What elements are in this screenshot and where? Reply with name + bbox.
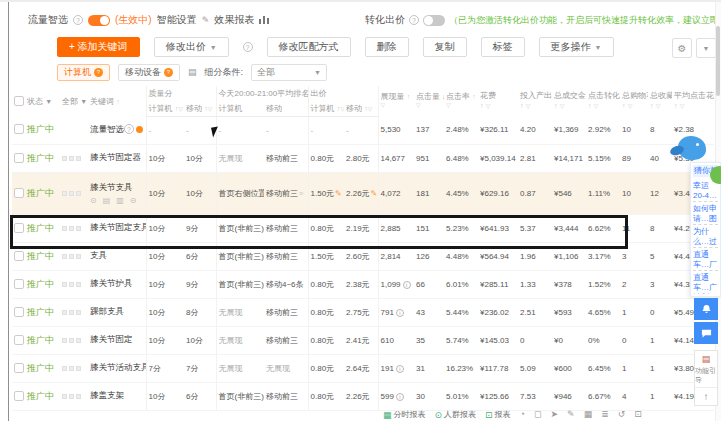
sort-icon[interactable]: ↑ (650, 102, 654, 109)
cell-clicks: 66 (414, 270, 444, 298)
row-checkbox[interactable] (14, 153, 24, 163)
bar-chart-icon[interactable] (259, 14, 269, 26)
add-keyword-button[interactable]: + 添加关键词 (57, 37, 140, 57)
tool-icon-save[interactable]: ⊡ (634, 409, 642, 419)
row-checkbox[interactable] (14, 188, 24, 198)
tag-button[interactable]: 标签 (481, 37, 525, 57)
chat-button[interactable] (694, 322, 718, 344)
row-checkbox[interactable] (14, 391, 24, 401)
chevron-down-icon[interactable]: ▼ (45, 98, 52, 105)
filter-funnel-icon[interactable]: ▽ (381, 102, 413, 110)
filter-funnel-icon[interactable]: ▽ (446, 102, 476, 110)
help-icon[interactable]: ? (243, 42, 253, 52)
faq-link[interactable]: 直通车…广计划? (693, 271, 718, 294)
filter-funnel-icon[interactable]: ▽ (486, 103, 491, 109)
cell-cvr: 0% (586, 326, 620, 354)
green-badge-icon[interactable] (710, 166, 721, 184)
impression-info-icon[interactable]: i (396, 309, 404, 317)
help-icon[interactable]: ? (409, 15, 419, 25)
tool-icon-text[interactable]: ≣ (601, 409, 609, 419)
faq-link[interactable]: 为什么…过日期数 (693, 225, 718, 248)
sort-icon[interactable]: ↑ (622, 102, 626, 109)
sort-icon[interactable]: ↑ (674, 102, 678, 109)
filter-funnel-icon[interactable]: ▽ (656, 103, 661, 109)
trend-icon[interactable]: ⊙ (90, 196, 97, 205)
tool-icon-square[interactable]: ◻ (534, 409, 541, 419)
segment-select[interactable]: 全部▼ (251, 64, 327, 81)
traffic-smart-toggle[interactable] (88, 15, 110, 26)
tool-icon-undo[interactable]: ↺ (618, 409, 626, 419)
filter-chip-pc[interactable]: 计算机? (57, 64, 110, 81)
scrollbar-thumb[interactable] (716, 26, 720, 96)
settings-gear-button[interactable]: ⚙ (672, 38, 692, 58)
tool-icon-arrow[interactable]: ➤ (551, 409, 559, 419)
help-icon[interactable]: ? (124, 124, 134, 134)
toolbar-item-label[interactable]: 分时报表 (394, 409, 426, 420)
collapse-button[interactable]: ▼ (696, 38, 716, 58)
toolbar-item-label[interactable]: 报表 (495, 409, 511, 420)
row-checkbox[interactable] (14, 251, 24, 261)
impression-info-icon[interactable]: i (396, 365, 404, 373)
report-toggle-icon[interactable]: ▦ (383, 410, 392, 420)
filter-funnel-icon[interactable]: ▽ (594, 103, 599, 109)
sort-icon[interactable]: ↑ (407, 93, 411, 100)
impression-info-icon[interactable]: i (396, 393, 404, 401)
book-icon[interactable]: ▤ (702, 354, 711, 366)
tool-icon-mosaic[interactable]: ▦ (584, 409, 593, 419)
filter-funnel-icon[interactable]: ▽ (526, 103, 531, 109)
sort-icon[interactable]: ↑ (116, 98, 120, 105)
smart-setting-link[interactable]: 智能设置 (157, 13, 197, 27)
chevron-down-icon[interactable]: ▼ (80, 98, 87, 105)
row-checkbox[interactable] (14, 223, 24, 233)
row-checkbox[interactable] (14, 307, 24, 317)
help-icon[interactable]: ? (73, 15, 83, 25)
sort-icon[interactable]: ↑ (480, 102, 484, 109)
row-checkbox[interactable] (14, 279, 24, 289)
filter-chip-mobile[interactable]: 移动设备? (118, 64, 180, 81)
row-checkbox[interactable] (14, 124, 24, 134)
filter-funnel-icon[interactable]: ▽ (178, 106, 183, 112)
sort-icon[interactable]: ↑ (520, 102, 524, 109)
position-preview-icon[interactable]: ≡ (299, 190, 303, 197)
faq-link[interactable]: 直通车…厂 (693, 248, 718, 271)
toolbar-item-label[interactable]: 人群报表 (444, 409, 476, 420)
header-checkbox[interactable] (14, 96, 24, 106)
pause-icon[interactable]: ⊖ (130, 196, 137, 205)
effect-report-link[interactable]: 效果报表 (214, 13, 254, 27)
edit-bid-pencil-icon[interactable]: ✎ (335, 189, 342, 198)
cell-roi-value: 4.20 (520, 125, 536, 134)
sort-icon[interactable]: ↑ (472, 93, 476, 100)
back-to-top-button[interactable]: ↑ (695, 387, 717, 403)
filter-funnel-icon[interactable]: ▽ (208, 106, 213, 112)
report-icon[interactable]: ▤ (103, 196, 111, 205)
filter-funnel-icon[interactable]: ▽ (560, 103, 565, 109)
filter-funnel-icon[interactable]: ▽ (368, 106, 373, 112)
filter-funnel-icon[interactable]: ▽ (680, 103, 685, 109)
sort-icon-active[interactable]: ↓ (442, 93, 444, 100)
cell-fav: 12 (648, 172, 672, 214)
tool-icon-circle[interactable]: ◔ (520, 409, 525, 419)
chart-icon[interactable]: ▥ (116, 196, 124, 205)
sort-icon[interactable]: ↑ (588, 102, 592, 109)
filter-funnel-icon[interactable]: ▽ (416, 102, 442, 110)
more-actions-dropdown[interactable]: 更多操作▼ (539, 37, 614, 57)
delete-button[interactable]: 删除 (365, 37, 409, 57)
edit-bid-pencil-icon[interactable]: ✎ (371, 189, 378, 198)
filter-funnel-icon[interactable]: ▽ (628, 103, 633, 109)
row-checkbox[interactable] (14, 335, 24, 345)
impression-info-icon[interactable]: i (403, 281, 411, 289)
row-checkbox[interactable] (14, 363, 24, 373)
guide-label[interactable]: 功能引导 (695, 366, 717, 384)
filter-funnel-icon[interactable]: ▽ (340, 106, 344, 112)
edit-pencil-icon[interactable]: ✎ (202, 15, 210, 25)
modify-bid-dropdown[interactable]: 修改出价▼ (154, 37, 229, 57)
copy-button[interactable]: 复制 (423, 37, 467, 57)
modify-match-button[interactable]: 修改匹配方式 (267, 37, 351, 57)
conv-bid-toggle[interactable] (423, 15, 445, 26)
sort-icon[interactable]: ↑ (554, 102, 558, 109)
faq-link[interactable]: 如何申请…图片功能 (693, 202, 718, 225)
report-toggle-icon[interactable]: ⊙ (435, 410, 443, 420)
notification-bell-button[interactable] (694, 298, 718, 320)
tool-icon-pen[interactable]: ✎ (567, 409, 575, 419)
report-toggle-icon[interactable]: ⊡ (485, 410, 493, 420)
